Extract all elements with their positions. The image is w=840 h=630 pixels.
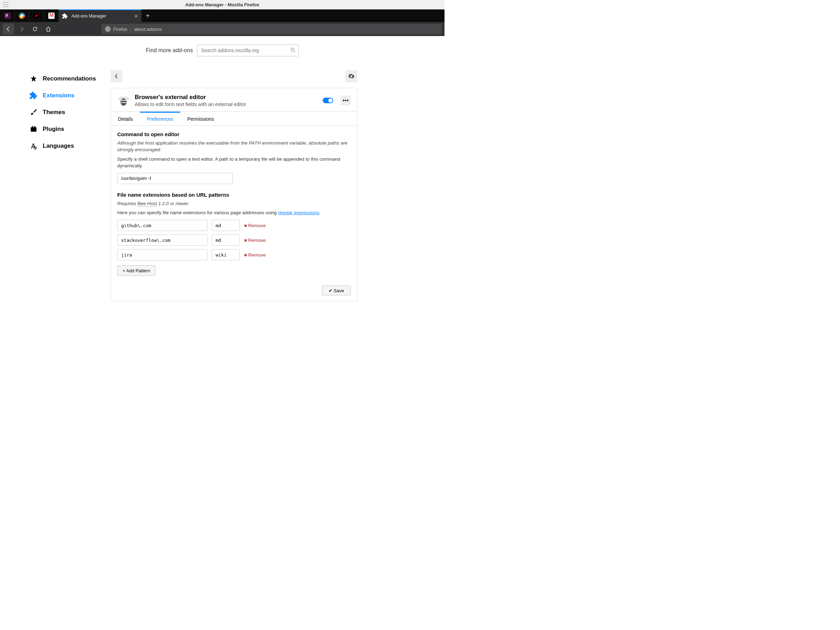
sidebar-item-plugins[interactable]: Plugins — [28, 121, 98, 137]
reload-button[interactable] — [29, 24, 41, 35]
extension-input[interactable] — [212, 249, 240, 261]
extension-description: Allows to edit form text fields with an … — [135, 101, 318, 107]
brush-icon — [29, 108, 38, 117]
more-button[interactable]: ••• — [341, 96, 351, 105]
back-panel-button[interactable] — [111, 70, 123, 82]
extension-card: Browser's external editor Allows to edit… — [111, 88, 357, 302]
bee-icon — [117, 94, 130, 107]
enable-toggle[interactable] — [323, 98, 333, 103]
sidebar-item-themes[interactable]: Themes — [28, 104, 98, 121]
patterns-help: Here you can specify file name extension… — [117, 210, 351, 216]
sidebar-item-languages[interactable]: Languages — [28, 137, 98, 154]
extension-input[interactable] — [212, 220, 240, 231]
url-bar[interactable]: Firefox | about:addons — [101, 24, 442, 34]
requires-note: Requires Bee Host 1.2.0 or newer. — [117, 201, 351, 207]
detail-panel: Browser's external editor Allows to edit… — [111, 70, 357, 302]
page-content: Find more add-ons Recommendations Extens… — [0, 36, 445, 315]
pattern-row: Remove — [117, 220, 351, 231]
firefox-icon — [105, 26, 111, 32]
tab-title: Add-ons Manager — [71, 14, 131, 19]
sidebar-label: Recommendations — [43, 75, 96, 82]
forward-button — [16, 24, 27, 35]
svg-point-0 — [291, 48, 294, 51]
gmail-icon — [48, 13, 55, 19]
sidebar-item-recommendations[interactable]: Recommendations — [28, 70, 98, 87]
add-pattern-button[interactable]: + Add Pattern — [117, 265, 155, 276]
remove-button[interactable]: Remove — [244, 223, 266, 228]
url-text: about:addons — [134, 27, 162, 32]
command-help: Specify a shell command to open a text e… — [117, 156, 351, 169]
search-icon — [291, 47, 295, 54]
save-button[interactable]: ✔ Save — [322, 286, 351, 295]
pinned-tab-media[interactable] — [29, 9, 44, 22]
svg-rect-3 — [34, 126, 35, 128]
pattern-input[interactable] — [117, 235, 208, 246]
tab-permissions[interactable]: Permissions — [180, 112, 221, 125]
svg-rect-1 — [31, 127, 37, 132]
sidebar-label: Themes — [43, 109, 65, 116]
hamburger-icon[interactable] — [3, 2, 8, 7]
remove-button[interactable]: Remove — [244, 238, 266, 243]
home-button[interactable] — [43, 24, 54, 35]
addon-search-box[interactable] — [197, 44, 298, 56]
bee-host-link[interactable]: Bee Host — [137, 201, 157, 207]
detail-tabs: Details Preferences Permissions — [111, 111, 357, 126]
sidebar-label: Plugins — [43, 126, 64, 133]
regex-link[interactable]: regular expressions — [278, 210, 319, 215]
pinned-tab-google[interactable] — [15, 9, 29, 22]
search-label: Find more add-ons — [146, 47, 193, 54]
pinned-tab-slack[interactable] — [0, 9, 15, 22]
pattern-input[interactable] — [117, 249, 208, 261]
tab-details[interactable]: Details — [111, 112, 140, 125]
window-titlebar: Add-ons Manager - Mozilla Firefox — [0, 0, 445, 9]
plugin-icon — [29, 125, 38, 133]
new-tab-button[interactable]: + — [141, 9, 154, 22]
slack-icon — [4, 13, 11, 19]
extension-input[interactable] — [212, 235, 240, 246]
language-icon — [29, 142, 38, 150]
puzzle-icon — [29, 92, 38, 100]
preferences-pane: Command to open editor Although the host… — [111, 126, 357, 301]
remove-button[interactable]: Remove — [244, 253, 266, 257]
sidebar-label: Languages — [43, 142, 74, 150]
search-input[interactable] — [201, 47, 288, 53]
puzzle-icon — [62, 13, 68, 19]
star-icon — [29, 74, 38, 83]
pinned-tab-gmail[interactable] — [44, 9, 59, 22]
sidebar-item-extensions[interactable]: Extensions — [28, 87, 98, 104]
identity-label: Firefox — [114, 27, 127, 32]
window-title: Add-ons Manager - Mozilla Firefox — [185, 2, 259, 7]
svg-rect-2 — [32, 126, 33, 128]
tab-preferences[interactable]: Preferences — [140, 112, 180, 125]
play-icon — [33, 13, 40, 19]
command-note: Although the host application resolves t… — [117, 140, 351, 153]
patterns-section-title: File name extensions based on URL patter… — [117, 192, 351, 198]
category-sidebar: Recommendations Extensions Themes Plugin… — [28, 70, 98, 302]
sidebar-label: Extensions — [43, 92, 74, 99]
pattern-row: Remove — [117, 235, 351, 246]
tab-addons-manager[interactable]: Add-ons Manager × — [59, 9, 141, 22]
settings-button[interactable] — [346, 70, 357, 82]
extension-name: Browser's external editor — [135, 94, 318, 101]
pattern-row: Remove — [117, 249, 351, 261]
pattern-input[interactable] — [117, 220, 208, 231]
back-button[interactable] — [3, 24, 14, 35]
command-input[interactable] — [117, 173, 233, 184]
close-icon[interactable]: × — [134, 13, 138, 19]
tab-strip: Add-ons Manager × + — [0, 9, 445, 22]
command-section-title: Command to open editor — [117, 131, 351, 137]
google-icon — [19, 13, 25, 19]
nav-toolbar: Firefox | about:addons — [0, 22, 445, 36]
